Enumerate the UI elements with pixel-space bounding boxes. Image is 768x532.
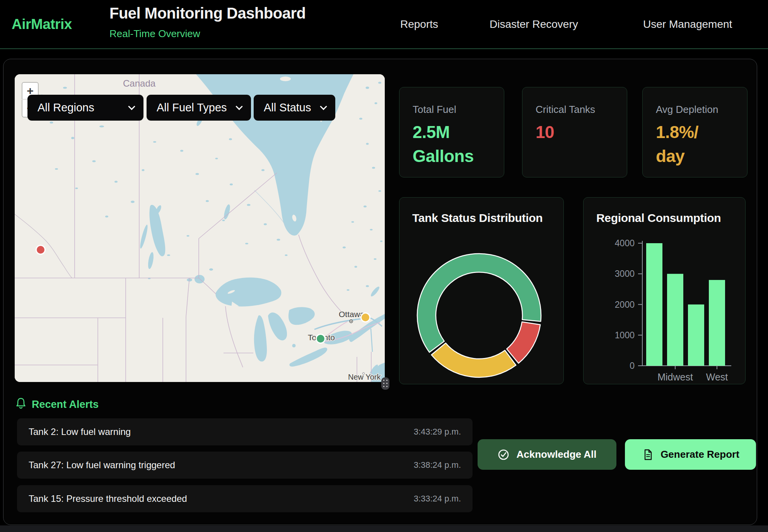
svg-text:3000: 3000 xyxy=(615,269,635,279)
generate-report-button[interactable]: Generate Report xyxy=(625,439,756,470)
svg-text:Midwest: Midwest xyxy=(657,372,693,382)
stat-card-avg-depletion: Avg Depletion 1.8%/day xyxy=(642,87,748,177)
acknowledge-all-label: Acknowledge All xyxy=(516,448,596,460)
brand-logo: AirMatrix xyxy=(12,16,72,32)
alert-text: Tank 27: Low fuel warning triggered xyxy=(29,460,175,471)
header: AirMatrix Fuel Monitoring Dashboard Real… xyxy=(0,0,768,49)
region-filter-dropdown[interactable]: All Regions xyxy=(27,95,143,121)
alert-time: 3:38:24 p.m. xyxy=(414,460,461,470)
tank-map[interactable]: Canada Ottawa Toronto New York + − All R… xyxy=(15,74,385,382)
svg-text:4000: 4000 xyxy=(615,238,635,248)
fuel-monitoring-dashboard: AirMatrix Fuel Monitoring Dashboard Real… xyxy=(0,0,768,532)
svg-text:West: West xyxy=(706,372,728,382)
alert-row: Tank 15: Pressure threshold exceeded 3:3… xyxy=(17,485,473,512)
acknowledge-all-button[interactable]: Acknowledge All xyxy=(478,439,616,470)
svg-text:2000: 2000 xyxy=(615,300,635,310)
status-filter-value: All Status xyxy=(264,101,311,114)
tank-marker-normal[interactable] xyxy=(316,334,326,344)
generate-report-label: Generate Report xyxy=(660,448,739,460)
alert-row: Tank 2: Low fuel warning 3:43:29 p.m. xyxy=(17,418,473,445)
document-icon xyxy=(642,448,654,461)
regional-consumption-card: Regional Consumption 01000200030004000Mi… xyxy=(583,197,746,384)
tank-status-donut-chart xyxy=(399,198,564,384)
footer-strip xyxy=(0,525,768,532)
chart-title: Tank Status Distribution xyxy=(412,211,543,225)
tank-marker-critical[interactable] xyxy=(36,245,46,255)
nav-user-management[interactable]: User Management xyxy=(643,0,732,48)
chevron-down-icon xyxy=(236,103,242,110)
alert-text: Tank 15: Pressure threshold exceeded xyxy=(29,493,187,504)
page-title: Fuel Monitoring Dashboard xyxy=(109,5,305,22)
stat-label: Total Fuel xyxy=(413,104,491,116)
chevron-down-icon xyxy=(320,103,327,110)
region-filter-value: All Regions xyxy=(38,101,94,114)
nav-reports[interactable]: Reports xyxy=(400,0,438,48)
chart-title: Regional Consumption xyxy=(596,211,721,225)
stat-value: 10 xyxy=(536,120,614,144)
alert-time: 3:33:24 p.m. xyxy=(414,494,461,504)
regional-consumption-bar-chart: 01000200030004000MidwestWest xyxy=(584,198,746,384)
alert-row: Tank 27: Low fuel warning triggered 3:38… xyxy=(17,452,473,479)
stat-value: 1.8%/day xyxy=(656,120,734,168)
check-circle-icon xyxy=(497,448,510,461)
stat-label: Critical Tanks xyxy=(536,104,614,116)
status-filter-dropdown[interactable]: All Status xyxy=(254,95,335,121)
map-label-newyork: New York xyxy=(348,373,381,381)
fuel-filter-value: All Fuel Types xyxy=(157,101,227,114)
tank-status-card: Tank Status Distribution xyxy=(399,197,564,384)
alert-time: 3:43:29 p.m. xyxy=(414,427,461,437)
bell-icon xyxy=(15,397,27,410)
chevron-down-icon xyxy=(128,103,135,110)
svg-text:1000: 1000 xyxy=(615,330,635,340)
page-subtitle: Real-Time Overview xyxy=(109,28,200,40)
nav-disaster-recovery[interactable]: Disaster Recovery xyxy=(490,0,578,48)
stat-value: 2.5MGallons xyxy=(413,120,491,168)
alert-text: Tank 2: Low fuel warning xyxy=(29,426,131,437)
resize-grip-icon[interactable] xyxy=(381,377,389,390)
alerts-section-title: Recent Alerts xyxy=(32,399,99,411)
tank-marker-warning[interactable] xyxy=(360,312,370,322)
map-label-canada: Canada xyxy=(123,78,156,89)
stat-card-total-fuel: Total Fuel 2.5MGallons xyxy=(399,87,504,177)
fuel-type-filter-dropdown[interactable]: All Fuel Types xyxy=(147,95,251,121)
svg-text:0: 0 xyxy=(630,361,635,371)
stat-card-critical-tanks: Critical Tanks 10 xyxy=(522,87,627,177)
stat-label: Avg Depletion xyxy=(656,104,734,116)
